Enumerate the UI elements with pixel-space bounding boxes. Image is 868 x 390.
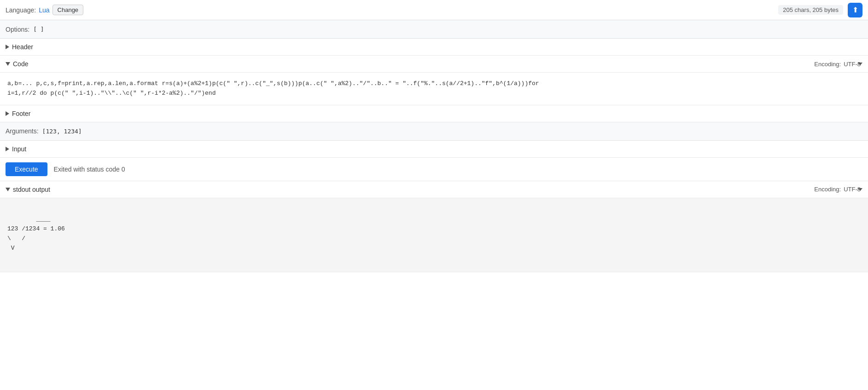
chars-info: 205 chars, 205 bytes: [778, 5, 843, 15]
stdout-section-label: stdout output: [13, 186, 50, 193]
execute-row: Execute Exited with status code 0: [0, 158, 868, 181]
footer-section-title: Footer: [6, 110, 30, 117]
options-label: Options:: [6, 26, 29, 33]
top-bar-left: Language: Lua Change: [6, 5, 83, 15]
options-bar: Options: [ ]: [0, 20, 868, 39]
input-section-label: Input: [12, 145, 26, 153]
stdout-output-line1: ____ 123 /1234 = 1.06 \ / V: [7, 216, 65, 251]
options-value: [ ]: [33, 26, 44, 33]
language-link[interactable]: Lua: [39, 6, 49, 14]
input-section-title: Input: [6, 145, 26, 153]
code-section-title: Code: [6, 60, 28, 68]
stdout-section-row[interactable]: stdout output Encoding: UTF-8: [0, 181, 868, 198]
arguments-label: Arguments:: [6, 127, 39, 135]
change-button[interactable]: Change: [52, 5, 84, 15]
execute-button[interactable]: Execute: [6, 162, 47, 176]
language-label: Language:: [6, 6, 36, 14]
footer-section-label: Footer: [12, 110, 30, 117]
stdout-encoding-group: Encoding: UTF-8: [814, 186, 862, 193]
stdout-encoding-label: Encoding:: [814, 186, 841, 193]
stdout-section-title: stdout output: [6, 186, 50, 193]
upload-icon-button[interactable]: ⬆: [848, 3, 862, 17]
top-bar-right: 205 chars, 205 bytes ⬆: [778, 3, 862, 17]
stdout-encoding-chevron[interactable]: [858, 188, 862, 191]
code-content[interactable]: a,b=... p,c,s,f=print,a.rep,a.len,a.form…: [0, 73, 868, 105]
code-encoding-group: Encoding: UTF-8: [814, 61, 862, 68]
upload-icon: ⬆: [852, 6, 858, 14]
header-section-title: Header: [6, 43, 33, 51]
stdout-section: stdout output Encoding: UTF-8 ____ 123 /…: [0, 181, 868, 272]
arguments-bar: Arguments: [123, 1234]: [0, 122, 868, 141]
status-text: Exited with status code 0: [54, 166, 125, 173]
footer-section-row[interactable]: Footer: [0, 105, 868, 122]
stdout-output-area: ____ 123 /1234 = 1.06 \ / V: [0, 198, 868, 272]
input-collapse-icon: [6, 147, 9, 151]
top-bar: Language: Lua Change 205 chars, 205 byte…: [0, 0, 868, 20]
code-encoding-label: Encoding:: [814, 61, 841, 68]
header-collapse-icon: [6, 45, 9, 49]
code-encoding-chevron[interactable]: [858, 63, 862, 65]
code-section-label: Code: [13, 60, 28, 68]
stdout-collapse-icon: [6, 188, 10, 191]
code-section-row[interactable]: Code Encoding: UTF-8: [0, 56, 868, 73]
input-section-row[interactable]: Input: [0, 141, 868, 158]
footer-collapse-icon: [6, 111, 9, 116]
code-collapse-icon: [6, 62, 10, 66]
header-section-row[interactable]: Header: [0, 39, 868, 56]
arguments-value: [123, 1234]: [42, 128, 82, 135]
header-section-label: Header: [12, 43, 33, 51]
